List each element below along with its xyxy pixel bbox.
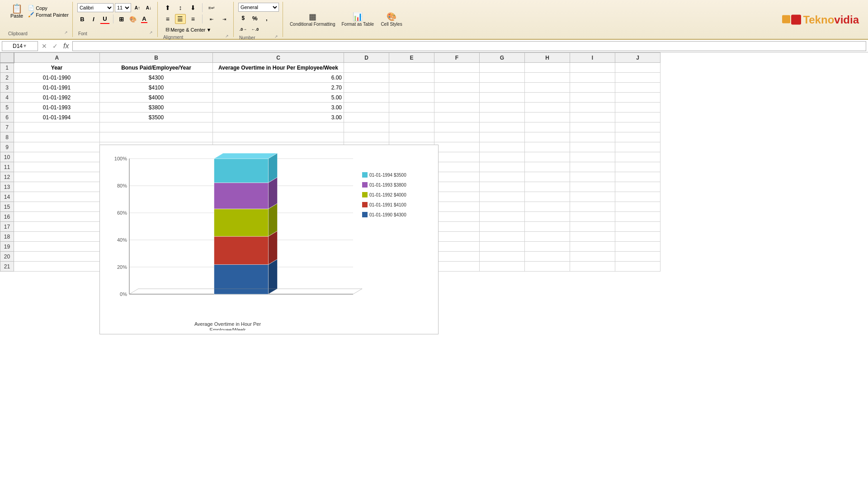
cell-J5[interactable] [615,103,660,113]
decrease-font-button[interactable]: A↓ [144,3,154,13]
number-format-select[interactable]: General [238,3,279,12]
cell-F2[interactable] [434,73,480,83]
cell-D8[interactable] [344,132,389,142]
cell-H14[interactable] [525,192,570,202]
cell-G17[interactable] [480,222,525,232]
cell-a4[interactable]: 01-01-1992 [14,93,100,103]
spreadsheet[interactable]: A B C D E F G H I J 1 Year Bonus Paid/Em… [0,52,868,488]
cell-G5[interactable] [480,103,525,113]
cell-G20[interactable] [480,252,525,262]
cell-H2[interactable] [525,73,570,83]
cell-H17[interactable] [525,222,570,232]
cell-G7[interactable] [480,122,525,132]
cell-A18[interactable] [14,232,100,242]
cell-H11[interactable] [525,162,570,172]
cell-I14[interactable] [570,192,615,202]
cell-I6[interactable] [570,113,615,122]
cell-F11[interactable] [434,162,480,172]
col-header-f[interactable]: F [434,53,480,63]
cell-I9[interactable] [570,142,615,152]
cell-I13[interactable] [570,182,615,192]
cell-I5[interactable] [570,103,615,113]
col-header-e[interactable]: E [389,53,434,63]
cell-A11[interactable] [14,162,100,172]
borders-button[interactable]: ⊞ [117,14,127,24]
col-header-b[interactable]: B [100,53,213,63]
cell-I4[interactable] [570,93,615,103]
cell-b6[interactable]: $3500 [100,113,213,122]
cell-ref-dropdown-icon[interactable]: ▼ [23,43,27,48]
cell-G2[interactable] [480,73,525,83]
cell-b1[interactable]: Bonus Paid/Employee/Year [100,63,213,73]
increase-font-button[interactable]: A↑ [132,3,142,13]
cell-H20[interactable] [525,252,570,262]
font-size-select[interactable]: 11 [115,3,131,12]
cell-c2[interactable]: 6.00 [213,73,344,83]
cell-G21[interactable] [480,262,525,272]
cell-D4[interactable] [344,93,389,103]
cell-G11[interactable] [480,162,525,172]
center-align-button[interactable]: ☰ [175,14,186,24]
cell-D3[interactable] [344,83,389,93]
cell-A21[interactable] [14,262,100,272]
alignment-expand-icon[interactable]: ↗ [225,34,229,40]
cell-c4[interactable]: 5.00 [213,93,344,103]
cell-A15[interactable] [14,202,100,212]
cell-H10[interactable] [525,152,570,162]
paste-button[interactable]: 📋 Paste [7,3,26,20]
cell-a1[interactable]: Year [14,63,100,73]
formula-confirm-icon[interactable]: ✓ [52,42,58,50]
increase-indent-button[interactable]: ⇥ [219,14,230,24]
cell-I8[interactable] [570,132,615,142]
cell-A9[interactable] [14,142,100,152]
cell-C7[interactable] [213,122,344,132]
cell-I7[interactable] [570,122,615,132]
cell-E3[interactable] [389,83,434,93]
cell-J20[interactable] [615,252,660,262]
cell-F5[interactable] [434,103,480,113]
cell-F3[interactable] [434,83,480,93]
cell-b4[interactable]: $4000 [100,93,213,103]
cell-B7[interactable] [100,122,213,132]
cell-I15[interactable] [570,202,615,212]
col-header-a[interactable]: A [14,53,100,63]
cell-G18[interactable] [480,232,525,242]
cell-F16[interactable] [434,212,480,222]
comma-button[interactable]: , [262,13,272,23]
cell-E7[interactable] [389,122,434,132]
col-header-d[interactable]: D [344,53,389,63]
cell-G10[interactable] [480,152,525,162]
cell-B8[interactable] [100,132,213,142]
cell-c1[interactable]: Average Overtime in Hour Per Employee/We… [213,63,344,73]
copy-button[interactable]: 📄 Copy [28,5,69,11]
left-align-button[interactable]: ≡ [162,14,173,24]
cell-H8[interactable] [525,132,570,142]
cell-G14[interactable] [480,192,525,202]
cell-J18[interactable] [615,232,660,242]
cell-G13[interactable] [480,182,525,192]
cell-A14[interactable] [14,192,100,202]
cell-F13[interactable] [434,182,480,192]
merge-center-button[interactable]: ⊟ Merge & Center ▼ [162,25,215,34]
cell-F17[interactable] [434,222,480,232]
cell-F12[interactable] [434,172,480,182]
cell-I21[interactable] [570,262,615,272]
formula-cancel-icon[interactable]: ✕ [42,42,47,50]
middle-align-button[interactable]: ↕ [175,3,186,13]
cell-G3[interactable] [480,83,525,93]
cell-F6[interactable] [434,113,480,122]
cell-A19[interactable] [14,242,100,252]
dec-decimal-button[interactable]: ←.0 [250,24,260,34]
cell-styles-button[interactable]: 🎨 Cell Styles [378,10,405,28]
cell-g1[interactable] [480,63,525,73]
cell-a3[interactable]: 01-01-1991 [14,83,100,93]
cell-I18[interactable] [570,232,615,242]
cell-H3[interactable] [525,83,570,93]
cell-A20[interactable] [14,252,100,262]
cell-h1[interactable] [525,63,570,73]
cell-A10[interactable] [14,152,100,162]
decrease-indent-button[interactable]: ⇤ [206,14,217,24]
cell-I16[interactable] [570,212,615,222]
fill-color-button[interactable]: 🎨 [128,14,138,24]
cell-c6[interactable]: 3.00 [213,113,344,122]
